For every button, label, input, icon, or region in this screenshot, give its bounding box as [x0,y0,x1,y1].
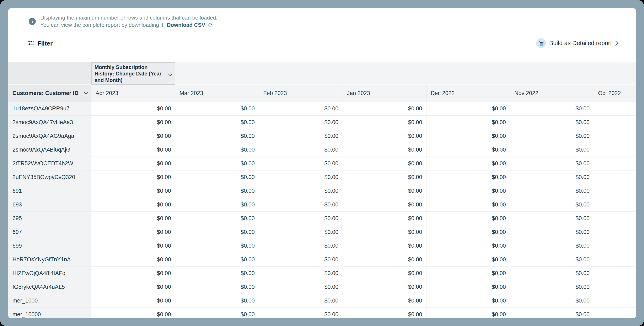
value-cell: $0.00 [259,143,342,157]
pivot-table: Monthly Subscription History: Change Dat… [8,62,636,318]
value-cell: $0.00 [175,116,259,129]
table-row: 2smoc9AxQA47vHeAa3 $0.00$0.00$0.00$0.00$… [8,116,636,129]
value-cell: $0.00 [426,212,510,225]
value-cell: $0.00 [342,129,426,143]
month-header-cell: Dec 2022 [426,85,510,102]
value-cell: $0.00 [342,184,426,198]
info-banner: i Displaying the maximum number of rows … [29,14,218,29]
month-header-label: Dec 2022 [431,90,455,97]
banner-line2: You can view the complete report by down… [40,22,165,29]
customer-id-cell: 695 [8,212,92,225]
customer-id-cell: 2uENY35BOwpyCvQ320 [8,170,92,184]
value-cell: $0.00 [342,143,426,157]
info-icon: i [29,18,36,25]
value-cell: $0.00 [510,212,594,225]
value-cell: $0.00 [175,294,259,307]
value-cell: $0.00 [92,280,175,294]
value-cell: $0.00 [92,198,175,211]
value-cell: $0.00 [92,102,175,115]
value-cell: $0.00 [342,212,426,225]
value-cell [594,157,636,170]
table-row: 2smoc9AxQA4Bl6qAjG $0.00$0.00$0.00$0.00$… [8,143,636,157]
cloud-download-icon [207,22,213,28]
value-cell: $0.00 [92,239,175,253]
value-cell: $0.00 [259,280,342,294]
month-header-label: Feb 2023 [263,90,287,97]
group-header-cell[interactable]: Monthly Subscription History: Change Dat… [92,62,175,85]
value-cell: $0.00 [426,308,510,318]
report-card: i Displaying the maximum number of rows … [8,8,636,318]
value-cell: $0.00 [510,308,594,318]
value-cell: $0.00 [342,170,426,184]
value-cell: $0.00 [426,225,510,239]
value-cell: $0.00 [92,157,175,170]
customer-id-cell: 693 [8,198,92,211]
value-cell [594,143,636,157]
customer-id-cell: 691 [8,184,92,198]
chevron-right-icon [615,41,618,46]
value-cell: $0.00 [426,184,510,198]
value-cell: $0.00 [175,170,259,184]
value-cell: $0.00 [342,266,426,280]
table-body: 1u18ezsQA49CRR9u7 $0.00$0.00$0.00$0.00$0… [8,102,636,318]
value-cell: $0.00 [259,225,342,239]
value-cell: $0.00 [259,102,342,115]
value-cell [594,253,636,266]
value-cell: $0.00 [426,129,510,143]
value-cell: $0.00 [426,294,510,307]
value-cell: $0.00 [92,129,175,143]
value-cell: $0.00 [510,253,594,266]
table-row: mer_1000 $0.00$0.00$0.00$0.00$0.00$0.00 [8,294,636,308]
table-row: HtZEwOjQA48l4tAFq $0.00$0.00$0.00$0.00$0… [8,266,636,280]
build-detailed-report-label: Build as Detailed report [549,40,612,47]
value-cell: $0.00 [92,143,175,157]
value-cell: $0.00 [342,280,426,294]
value-cell: $0.00 [510,170,594,184]
month-header-cell: Mar 2023 [175,85,259,102]
value-cell: $0.00 [510,143,594,157]
value-cell: $0.00 [342,225,426,239]
value-cell: $0.00 [510,116,594,129]
row-header-cell[interactable]: Customers: Customer ID [8,85,92,102]
value-cell: $0.00 [426,170,510,184]
value-cell: $0.00 [259,294,342,307]
table-row: 1u18ezsQA49CRR9u7 $0.00$0.00$0.00$0.00$0… [8,102,636,116]
value-cell: $0.00 [92,253,175,266]
value-cell: $0.00 [510,266,594,280]
table-row: 695 $0.00$0.00$0.00$0.00$0.00$0.00 [8,212,636,225]
value-cell: $0.00 [92,266,175,280]
value-cell: $0.00 [175,266,259,280]
value-cell: $0.00 [92,308,175,318]
value-cell: $0.00 [426,116,510,129]
value-cell: $0.00 [510,184,594,198]
value-cell: $0.00 [175,308,259,318]
table-row: 693 $0.00$0.00$0.00$0.00$0.00$0.00 [8,198,636,212]
month-header-cell: Nov 2022 [510,85,594,102]
value-cell [594,212,636,225]
corner-cell [8,62,92,84]
value-cell: $0.00 [175,129,259,143]
value-cell: $0.00 [175,157,259,170]
value-cell: $0.00 [510,225,594,239]
customer-id-cell: 699 [8,239,92,253]
table-row: HoR7OsYNyGfTnY1nA $0.00$0.00$0.00$0.00$0… [8,253,636,266]
build-detailed-report-button[interactable]: Build as Detailed report [536,38,618,48]
value-cell: $0.00 [426,157,510,170]
value-cell: $0.00 [175,280,259,294]
table-row: 2smoc9AxQA4AG9aAga $0.00$0.00$0.00$0.00$… [8,129,636,143]
month-header-cell: Apr 2023 [92,85,175,102]
detailed-report-table-icon [536,38,546,48]
value-cell: $0.00 [426,239,510,253]
value-cell: $0.00 [342,294,426,307]
row-header-label: Customers: Customer ID [12,90,78,97]
download-csv-link[interactable]: Download CSV [167,22,213,29]
customer-id-cell: 2smoc9AxQA47vHeAa3 [8,116,92,129]
month-header-cell: Oct 2022 [594,85,636,102]
month-header-cell: Feb 2023 [259,85,342,102]
table-row: IG5rykcQA4Ar4uAL5 $0.00$0.00$0.00$0.00$0… [8,280,636,294]
chevron-down-icon [84,92,88,95]
filter-button[interactable]: Filter [28,40,52,47]
value-cell: $0.00 [92,294,175,307]
value-cell: $0.00 [259,157,342,170]
value-cell: $0.00 [175,212,259,225]
